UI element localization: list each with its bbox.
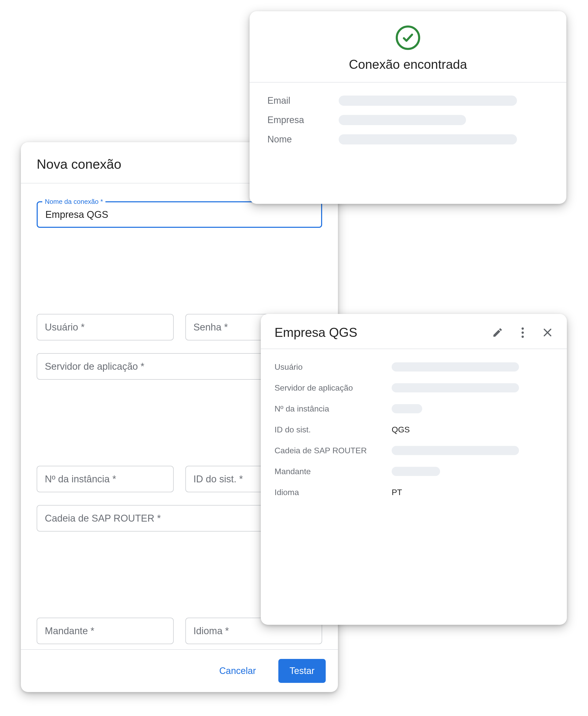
email-label: Email — [267, 95, 339, 106]
success-title: Conexão encontrada — [349, 57, 467, 72]
check-circle-icon — [396, 25, 420, 50]
detail-row-sap-router: Cadeia de SAP ROUTER — [274, 445, 553, 456]
success-row-name: Nome — [267, 134, 548, 145]
detail-sap-router-skeleton — [392, 446, 519, 455]
password-placeholder: Senha * — [193, 322, 228, 333]
detail-client-skeleton — [392, 467, 440, 476]
connection-name-label: Nome da conexão * — [42, 198, 105, 206]
success-header: Conexão encontrada — [250, 11, 566, 83]
client-placeholder: Mandante * — [45, 626, 94, 636]
client-field[interactable]: Mandante * — [37, 618, 174, 644]
language-placeholder: Idioma * — [193, 626, 229, 636]
edit-icon[interactable] — [492, 327, 503, 338]
detail-row-system-id: ID do sist. QGS — [274, 424, 553, 435]
detail-system-id-label: ID do sist. — [274, 425, 392, 434]
detail-row-client: Mandante — [274, 466, 553, 477]
detail-title: Empresa QGS — [274, 325, 492, 340]
app-server-placeholder: Servidor de aplicação * — [45, 361, 144, 372]
detail-user-label: Usuário — [274, 362, 392, 372]
sap-router-placeholder: Cadeia de SAP ROUTER * — [45, 513, 161, 524]
system-id-placeholder: ID do sist. * — [193, 474, 243, 485]
detail-header: Empresa QGS — [261, 314, 567, 349]
detail-system-id-value: QGS — [392, 425, 410, 434]
instance-no-field[interactable]: Nº da instância * — [37, 466, 174, 492]
user-placeholder: Usuário * — [45, 322, 85, 333]
detail-language-value: PT — [392, 488, 402, 497]
detail-body: Usuário Servidor de aplicação Nº da inst… — [261, 349, 567, 510]
connection-name-value: Empresa QGS — [45, 209, 108, 220]
detail-actions — [492, 327, 553, 338]
connection-name-field[interactable]: Nome da conexão * Empresa QGS — [37, 201, 322, 301]
form-footer: Cancelar Testar — [21, 649, 338, 692]
instance-no-placeholder: Nº da instância * — [45, 474, 116, 485]
name-label: Nome — [267, 134, 339, 145]
user-field[interactable]: Usuário * — [37, 314, 174, 341]
name-value-skeleton — [339, 134, 517, 144]
detail-instance-no-skeleton — [392, 404, 422, 413]
detail-app-server-label: Servidor de aplicação — [274, 383, 392, 393]
close-icon[interactable] — [542, 327, 553, 338]
detail-row-language: Idioma PT — [274, 487, 553, 498]
detail-row-user: Usuário — [274, 361, 553, 372]
connection-found-card: Conexão encontrada Email Empresa Nome — [250, 11, 566, 204]
success-row-email: Email — [267, 95, 548, 106]
success-row-company: Empresa — [267, 115, 548, 125]
company-value-skeleton — [339, 115, 466, 125]
connection-detail-card: Empresa QGS Usuário Servidor de aplicaçã… — [261, 314, 567, 625]
more-icon[interactable] — [517, 327, 528, 338]
detail-app-server-skeleton — [392, 383, 519, 392]
detail-sap-router-label: Cadeia de SAP ROUTER — [274, 446, 392, 455]
detail-row-app-server: Servidor de aplicação — [274, 382, 553, 393]
company-label: Empresa — [267, 115, 339, 125]
success-body: Email Empresa Nome — [250, 83, 566, 158]
detail-user-skeleton — [392, 362, 519, 371]
detail-instance-no-label: Nº da instância — [274, 404, 392, 413]
test-button[interactable]: Testar — [278, 659, 326, 683]
cancel-button[interactable]: Cancelar — [209, 660, 266, 682]
detail-language-label: Idioma — [274, 488, 392, 497]
detail-row-instance-no: Nº da instância — [274, 403, 553, 414]
email-value-skeleton — [339, 96, 517, 106]
detail-client-label: Mandante — [274, 467, 392, 476]
